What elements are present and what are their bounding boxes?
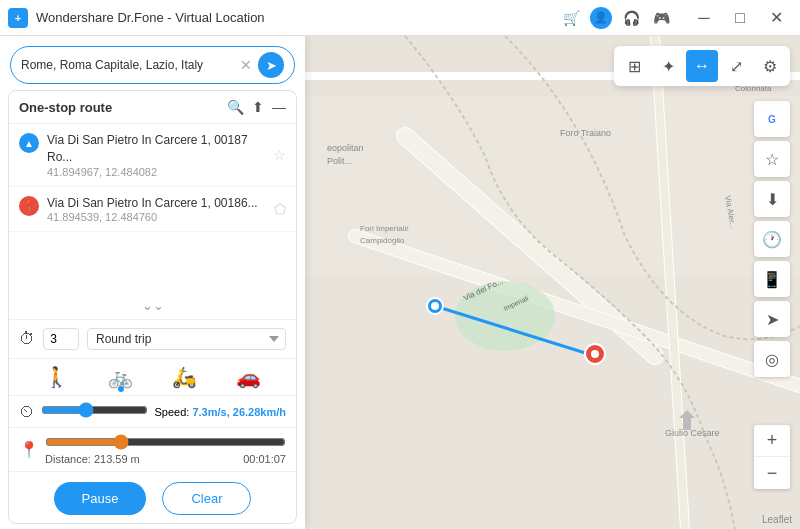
- clear-button[interactable]: Clear: [162, 482, 251, 515]
- route-item-2-text: Via Di San Pietro In Carcere 1, 00186...…: [47, 195, 266, 224]
- route-dot-2: 📍: [19, 196, 39, 216]
- zoom-out-button[interactable]: −: [754, 457, 790, 489]
- trip-mode-select[interactable]: Round trip One-way trip Infinite loop: [87, 328, 286, 350]
- zoom-in-button[interactable]: +: [754, 425, 790, 457]
- map-tool-dots-button[interactable]: ✦: [652, 50, 684, 82]
- map-tool-path-button[interactable]: ⤢: [720, 50, 752, 82]
- app-title: Wondershare Dr.Fone - Virtual Location: [36, 10, 560, 25]
- speedometer-icon: ⏲: [19, 403, 35, 421]
- route-item-2-name: Via Di San Pietro In Carcere 1, 00186...: [47, 195, 266, 212]
- cart-icon[interactable]: 🛒: [560, 7, 582, 29]
- route-header-icons: 🔍 ⬆ —: [227, 99, 286, 115]
- speed-value: 7.3m/s,: [192, 406, 229, 418]
- headset-icon[interactable]: 🎧: [620, 7, 642, 29]
- route-add-icon[interactable]: 🔍: [227, 99, 244, 115]
- map-area[interactable]: Foro Traiano Via del Fo... Imperiali For…: [305, 36, 800, 529]
- svg-text:Fori Imperiali/: Fori Imperiali/: [360, 224, 409, 233]
- route-item-1-name: Via Di San Pietro In Carcere 1, 00187 Ro…: [47, 132, 265, 166]
- minimize-button[interactable]: ─: [688, 6, 720, 30]
- maximize-button[interactable]: □: [724, 6, 756, 30]
- route-expand-button[interactable]: ⌄⌄: [9, 292, 296, 320]
- distance-slider[interactable]: [45, 434, 286, 450]
- game-icon[interactable]: 🎮: [650, 7, 672, 29]
- car-icon[interactable]: 🚗: [236, 365, 261, 389]
- search-input[interactable]: [21, 58, 234, 72]
- titlebar: + Wondershare Dr.Fone - Virtual Location…: [0, 0, 800, 36]
- close-button[interactable]: ✕: [760, 6, 792, 30]
- map-svg: Foro Traiano Via del Fo... Imperiali For…: [305, 36, 800, 529]
- svg-text:eopolitan: eopolitan: [327, 143, 364, 153]
- route-dot-1: ▲: [19, 133, 39, 153]
- route-panel: One-stop route 🔍 ⬆ — ▲ Via Di San Pietro…: [8, 90, 297, 524]
- download-button[interactable]: ⬇: [754, 181, 790, 217]
- search-go-button[interactable]: ➤: [258, 52, 284, 78]
- app-logo: +: [8, 8, 28, 28]
- history-button[interactable]: 🕐: [754, 221, 790, 257]
- repeat-count-input[interactable]: [43, 328, 79, 350]
- distance-info: Distance: 213.59 m 00:01:07: [45, 453, 286, 465]
- svg-point-14: [591, 350, 599, 358]
- route-item-1-star[interactable]: ☆: [273, 147, 286, 163]
- speed-value2: 26.28km/h: [233, 406, 286, 418]
- controls-row: ⏱ Round trip One-way trip Infinite loop: [9, 320, 296, 359]
- route-item-2-coords: 41.894539, 12.484760: [47, 211, 266, 223]
- speed-slider[interactable]: [41, 402, 148, 418]
- device-button[interactable]: 📱: [754, 261, 790, 297]
- google-maps-button[interactable]: G: [754, 101, 790, 137]
- timer-icon: ⏱: [19, 330, 35, 348]
- speed-label: Speed: 7.3m/s, 26.28km/h: [154, 406, 286, 418]
- route-panel-header: One-stop route 🔍 ⬆ —: [9, 91, 296, 124]
- speed-row: ⏲ Speed: 7.3m/s, 26.28km/h: [9, 396, 296, 428]
- route-empty-area: [9, 232, 296, 292]
- map-background: Foro Traiano Via del Fo... Imperiali For…: [305, 36, 800, 529]
- search-clear-button[interactable]: ✕: [240, 58, 252, 72]
- route-item-2: 📍 Via Di San Pietro In Carcere 1, 00186.…: [9, 187, 296, 233]
- svg-text:Campidoglio: Campidoglio: [360, 236, 405, 245]
- distance-row: 📍 Distance: 213.59 m 00:01:07: [9, 428, 296, 472]
- map-tool-grid-button[interactable]: ⊞: [618, 50, 650, 82]
- search-bar: ✕ ➤: [10, 46, 295, 84]
- route-minimize-icon[interactable]: —: [272, 99, 286, 115]
- svg-point-12: [431, 302, 439, 310]
- zoom-controls: + −: [754, 425, 790, 489]
- speed-slider-wrap: [41, 402, 148, 421]
- navigate-button[interactable]: ➤: [754, 301, 790, 337]
- titlebar-action-icons: 🛒 👤 🎧 🎮: [560, 7, 672, 29]
- svg-text:Giulio Cesare: Giulio Cesare: [665, 428, 720, 438]
- route-item-1-text: Via Di San Pietro In Carcere 1, 00187 Ro…: [47, 132, 265, 178]
- route-export-icon[interactable]: ⬆: [252, 99, 264, 115]
- walk-icon[interactable]: 🚶: [44, 365, 69, 389]
- bike-icon[interactable]: 🚲: [108, 365, 133, 389]
- distance-icon: 📍: [19, 440, 39, 459]
- window-controls: ─ □ ✕: [688, 6, 792, 30]
- route-item-1-coords: 41.894967, 12.484082: [47, 166, 265, 178]
- main-layout: ✕ ➤ One-stop route 🔍 ⬆ — ▲ Via Di San Pi…: [0, 36, 800, 529]
- map-tool-route-button[interactable]: ↔: [686, 50, 718, 82]
- map-right-tools: G ☆ ⬇ 🕐 📱 ➤ ◎: [754, 101, 790, 377]
- location-button[interactable]: ◎: [754, 341, 790, 377]
- favorite-button[interactable]: ☆: [754, 141, 790, 177]
- distance-label: Distance: 213.59 m: [45, 453, 140, 465]
- action-buttons-row: Pause Clear: [9, 472, 296, 523]
- route-item-1: ▲ Via Di San Pietro In Carcere 1, 00187 …: [9, 124, 296, 187]
- distance-time: 00:01:07: [243, 453, 286, 465]
- map-toolbar: ⊞ ✦ ↔ ⤢ ⚙: [614, 46, 790, 86]
- scooter-icon[interactable]: 🛵: [172, 365, 197, 389]
- svg-text:Foro Traiano: Foro Traiano: [560, 128, 611, 138]
- leaflet-attribution: Leaflet: [762, 514, 792, 525]
- route-item-2-star[interactable]: ⬠: [274, 201, 286, 217]
- svg-rect-21: [683, 416, 691, 430]
- transport-mode-row: 🚶 🚲 🛵 🚗: [9, 359, 296, 396]
- map-tool-settings-button[interactable]: ⚙: [754, 50, 786, 82]
- left-panel: ✕ ➤ One-stop route 🔍 ⬆ — ▲ Via Di San Pi…: [0, 36, 305, 529]
- svg-text:Polit...: Polit...: [327, 156, 352, 166]
- profile-icon[interactable]: 👤: [590, 7, 612, 29]
- route-panel-title: One-stop route: [19, 100, 112, 115]
- pause-button[interactable]: Pause: [54, 482, 147, 515]
